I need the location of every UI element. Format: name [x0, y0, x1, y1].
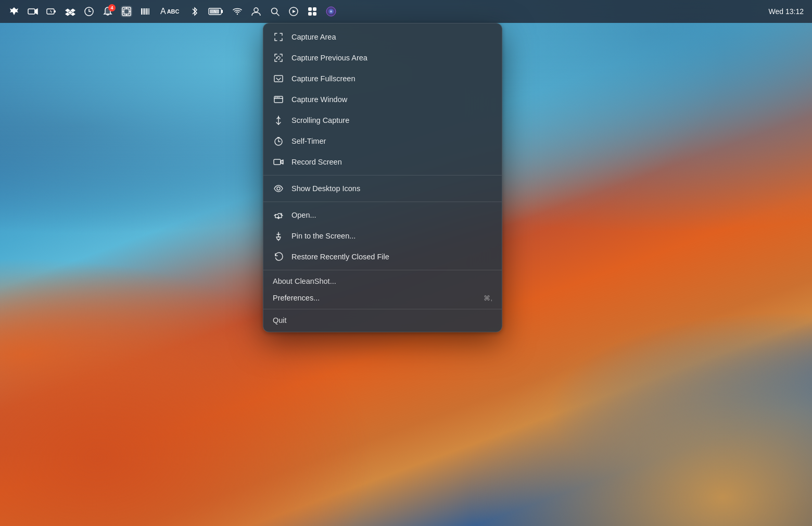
menu-item-scrolling-capture[interactable]: Scrolling Capture: [263, 110, 502, 131]
open-icon: [273, 209, 284, 221]
cleanshot-icon[interactable]: [121, 6, 132, 17]
screenium-icon[interactable]: [83, 6, 95, 17]
svg-rect-0: [28, 9, 35, 14]
barcode-icon[interactable]: [139, 6, 151, 17]
svg-point-22: [271, 8, 277, 14]
menu-item-about[interactable]: About CleanShot...: [263, 273, 502, 290]
menu-item-label: Record Screen: [291, 158, 492, 166]
menu-item-open[interactable]: Open...: [263, 205, 502, 226]
dropbox-icon[interactable]: [65, 6, 76, 17]
svg-rect-27: [308, 12, 312, 16]
menu-item-self-timer[interactable]: Self-Timer: [263, 131, 502, 152]
wifi-icon[interactable]: [232, 6, 243, 17]
eye-icon: [273, 183, 284, 194]
notification-badge: 4: [108, 4, 116, 11]
menu-item-quit[interactable]: Quit: [263, 312, 502, 329]
menu-item-label: Pin to the Screen...: [291, 232, 492, 240]
menu-item-label: Show Desktop Icons: [291, 184, 492, 193]
svg-rect-10: [141, 8, 142, 15]
bluetooth-icon[interactable]: [189, 6, 200, 17]
menu-item-label: Preferences...: [273, 294, 476, 302]
menu-item-capture-window[interactable]: Capture Window: [263, 89, 502, 110]
menu-item-label: Open...: [291, 211, 492, 219]
menu-item-label: Restore Recently Closed File: [291, 253, 492, 261]
svg-rect-5: [124, 9, 129, 14]
svg-rect-32: [274, 76, 283, 82]
svg-rect-2: [54, 10, 56, 12]
capture-area-icon: [273, 31, 284, 43]
svg-rect-28: [313, 12, 316, 16]
menu-item-label: Self-Timer: [291, 137, 492, 145]
menubar: 4: [0, 0, 812, 23]
pin-icon: [273, 230, 284, 242]
svg-rect-12: [144, 8, 145, 15]
user-icon[interactable]: [250, 6, 262, 17]
control-center-icon[interactable]: [307, 6, 318, 17]
menu-item-pin-screen[interactable]: Pin to the Screen...: [263, 226, 502, 246]
preferences-shortcut: ⌘,: [484, 294, 492, 302]
foxly-icon[interactable]: [8, 6, 20, 17]
capture-previous-icon: [273, 52, 284, 64]
menubar-time: Wed 13:12: [769, 7, 804, 16]
svg-point-41: [277, 187, 280, 190]
svg-point-37: [278, 97, 280, 98]
svg-point-31: [330, 10, 332, 12]
svg-point-35: [275, 97, 276, 98]
menu-item-record-screen[interactable]: Record Screen: [263, 152, 502, 172]
menu-item-restore[interactable]: Restore Recently Closed File: [263, 246, 502, 267]
svg-point-20: [236, 14, 237, 15]
svg-point-21: [254, 8, 258, 12]
svg-rect-15: [148, 8, 148, 15]
menubar-right: Wed 13:12: [769, 7, 804, 16]
facetime-icon[interactable]: [27, 6, 39, 17]
menu-item-label: Capture Previous Area: [291, 54, 492, 62]
separator-4: [263, 309, 502, 309]
font-icon[interactable]: A ABC: [158, 6, 182, 17]
svg-rect-26: [313, 7, 316, 11]
notification-icon[interactable]: 4: [102, 6, 113, 17]
menu-item-show-desktop-icons[interactable]: Show Desktop Icons: [263, 178, 502, 199]
menu-item-label: Capture Area: [291, 33, 492, 41]
menubar-left: 4: [8, 6, 769, 17]
restore-icon: [273, 251, 284, 262]
capture-fullscreen-icon: [273, 73, 284, 84]
menu-item-label: Capture Fullscreen: [291, 74, 492, 83]
separator-3: [263, 270, 502, 270]
menu-item-capture-previous[interactable]: Capture Previous Area: [263, 47, 502, 68]
record-screen-icon: [273, 156, 284, 168]
self-timer-icon: [273, 135, 284, 147]
spotlight-icon[interactable]: [269, 6, 281, 17]
svg-rect-14: [146, 8, 147, 15]
menu-item-label: Capture Window: [291, 95, 492, 104]
svg-rect-18: [221, 10, 223, 13]
svg-rect-13: [145, 8, 146, 15]
media-icon[interactable]: [288, 6, 299, 17]
scrolling-capture-icon: [273, 115, 284, 126]
svg-rect-11: [143, 8, 143, 15]
battery-icon[interactable]: [208, 6, 224, 17]
svg-point-36: [277, 97, 278, 98]
battery-saver-icon[interactable]: [46, 6, 57, 17]
menu-item-capture-fullscreen[interactable]: Capture Fullscreen: [263, 68, 502, 89]
capture-window-icon: [273, 94, 284, 105]
menu-item-label: Scrolling Capture: [291, 116, 492, 124]
separator-2: [263, 202, 502, 202]
svg-marker-24: [293, 10, 296, 13]
svg-rect-16: [149, 8, 149, 15]
svg-rect-40: [274, 159, 281, 165]
menu-item-capture-area[interactable]: Capture Area: [263, 27, 502, 47]
svg-rect-25: [308, 7, 312, 11]
cleanshot-dropdown-menu: Capture Area Capture Previous Area Captu…: [263, 23, 502, 332]
separator-1: [263, 175, 502, 176]
siri-icon[interactable]: [325, 6, 337, 17]
menu-item-preferences[interactable]: Preferences... ⌘,: [263, 290, 502, 306]
